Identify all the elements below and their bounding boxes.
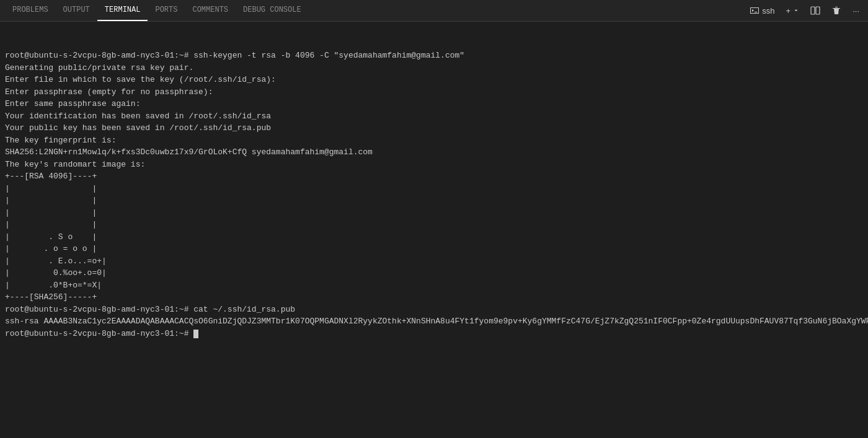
tab-comments[interactable]: COMMENTS [185,0,236,21]
terminal-icon [750,6,760,15]
terminal-area[interactable]: root@ubuntu-s-2vcpu-8gb-amd-nyc3-01:~# s… [0,22,868,438]
ssh-terminal-button[interactable]: ssh [746,3,778,18]
tab-bar: PROBLEMS OUTPUT TERMINAL PORTS COMMENTS … [0,0,868,22]
terminal-line: root@ubuntu-s-2vcpu-8gb-amd-nyc3-01:~# c… [5,304,863,316]
terminal-line: | . o = o o | [5,243,863,255]
tab-debug-console-label: DEBUG CONSOLE [243,6,301,14]
terminal-line: root@ubuntu-s-2vcpu-8gb-amd-nyc3-01:~# s… [5,50,863,62]
trash-icon [831,6,841,15]
terminal-line: Generating public/private rsa key pair. [5,62,863,74]
tab-problems[interactable]: PROBLEMS [5,0,56,21]
terminal-line: The key fingerprint is: [5,134,863,147]
terminal-line: | | [5,195,863,207]
terminal-line: Enter passphrase (empty for no passphras… [5,86,863,99]
terminal-line: root@ubuntu-s-2vcpu-8gb-amd-nyc3-01:~# [5,328,863,340]
svg-rect-0 [811,7,815,14]
tab-output-label: OUTPUT [63,6,90,14]
terminal-line: Enter same passphrase again: [5,98,863,110]
terminal-line: +---[RSA 4096]----+ [5,170,863,183]
terminal-line: | | [5,219,863,231]
terminal-line: | . S o | [5,231,863,243]
more-icon: ··· [852,6,859,15]
svg-rect-1 [816,7,820,14]
terminal-line: SHA256:L2NGN+rn1Mowlq/k+fxs3Dc0uwbz17x9/… [5,146,863,159]
terminal-line: | | [5,207,863,219]
split-terminal-button[interactable] [807,3,824,18]
ssh-label: ssh [762,6,774,15]
terminal-line: Your public key has been saved in /root/… [5,122,863,134]
terminal-line: Your identification has been saved in /r… [5,110,863,123]
tab-problems-label: PROBLEMS [12,6,48,14]
tab-comments-label: COMMENTS [192,6,228,14]
app-container: PROBLEMS OUTPUT TERMINAL PORTS COMMENTS … [0,0,868,438]
delete-terminal-button[interactable] [828,3,845,18]
tab-debug-console[interactable]: DEBUG CONSOLE [236,0,309,21]
terminal-line: ssh-rsa AAAAB3NzaC1yc2EAAAADAQABAAACACQs… [5,315,863,328]
split-icon [810,6,820,15]
terminal-line: Enter file in which to save the key (/ro… [5,74,863,86]
terminal-cursor [193,330,198,338]
terminal-line: The key's randomart image is: [5,159,863,171]
more-actions-button[interactable]: ··· [849,4,863,18]
tab-bar-left: PROBLEMS OUTPUT TERMINAL PORTS COMMENTS … [5,0,309,21]
tab-terminal[interactable]: TERMINAL [97,0,148,21]
tab-ports-label: PORTS [155,6,177,14]
terminal-line: | | [5,183,863,195]
terminal-line: | 0.%oo+.o=0| [5,267,863,279]
terminal-line: | .0*B+o=*=X| [5,279,863,292]
chevron-down-icon [793,7,799,14]
add-terminal-button[interactable]: + [782,4,804,18]
tab-output[interactable]: OUTPUT [56,0,97,21]
tab-terminal-label: TERMINAL [105,6,141,14]
tab-bar-right: ssh + ··· [746,3,863,18]
tab-ports[interactable]: PORTS [148,0,185,21]
terminal-line: +----[SHA256]-----+ [5,291,863,304]
add-icon: + [786,6,791,15]
terminal-line: | . E.o...=o+| [5,255,863,268]
